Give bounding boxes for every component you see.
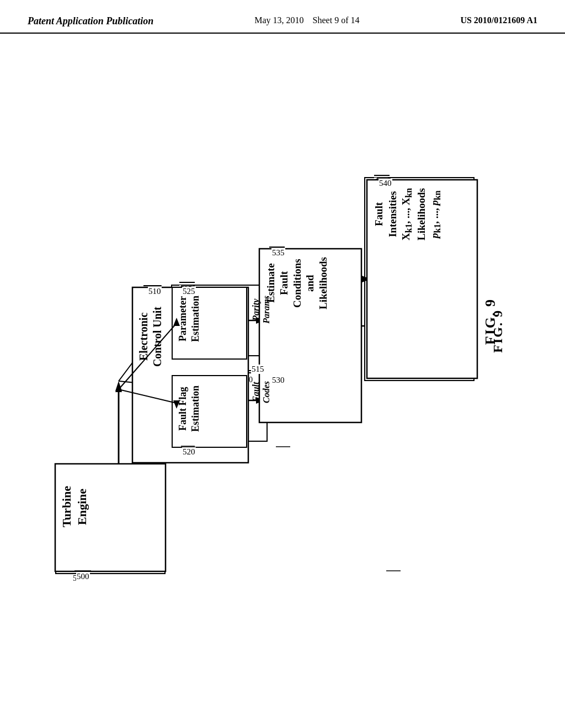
ref-500-bracket [72, 570, 89, 571]
svg-marker-1 [115, 381, 122, 391]
turbine-engine-label: TurbineEngine [96, 500, 125, 538]
param-est-text: ParameterEstimation [177, 296, 201, 342]
parity-params-label: ParityParams [218, 288, 238, 315]
ref-num-510: 510 [148, 287, 162, 296]
turbine-engine-box: TurbineEngine [55, 464, 166, 574]
ref-515-bracket [221, 361, 236, 362]
ref-num-530: 530 [271, 376, 285, 385]
ref-num-520: 520 [182, 447, 196, 457]
ref-510-bracket [143, 285, 161, 286]
fault-flag-text: Fault FlagEstimation [177, 386, 201, 432]
ref-num-500: 500 [76, 572, 90, 581]
publication-label: Patent Application Publication [28, 15, 153, 27]
date: May 13, 2010 [254, 15, 303, 25]
ref-520-bracket [179, 444, 195, 445]
page-header: Patent Application Publication May 13, 2… [0, 0, 565, 34]
ref-540-bracket [374, 175, 390, 176]
output-label: FaultIntensities Xk1,..., Xkn Likelihood… [383, 251, 455, 307]
estimate-text: EstimateFaultConditionsandLikelihoods [264, 257, 330, 309]
ref-num-525: 525 [182, 287, 196, 296]
ref-num-515: 515 [251, 365, 265, 374]
sheet: Sheet 9 of 14 [313, 15, 360, 25]
output-text: FaultIntensities Xk1, ..., Xkn Likelihoo… [372, 188, 444, 240]
ref-num-540: 540 [379, 179, 392, 188]
ref-num-535: 535 [271, 248, 285, 258]
estimate-label: EstimateFaultConditionsandLikelihoods [275, 307, 347, 362]
ref-515: 515 [221, 365, 234, 373]
sheet-info: May 13, 2010 Sheet 9 of 14 [254, 15, 359, 25]
ref-525-bracket [179, 282, 195, 283]
svg-marker-25 [115, 384, 122, 392]
ref-535-bracket [269, 247, 285, 248]
patent-number: US 2010/0121609 A1 [460, 15, 537, 25]
diagram-area: TurbineEngine 500 ElectronicControl Unit… [0, 34, 565, 706]
fault-codes-label: FaultCodes [218, 376, 238, 397]
fig-9-label: FIG. 9 [491, 309, 505, 353]
fault-codes-text: FaultCodes [250, 381, 271, 403]
ecu-text: ElectronicControl Unit [137, 307, 164, 367]
